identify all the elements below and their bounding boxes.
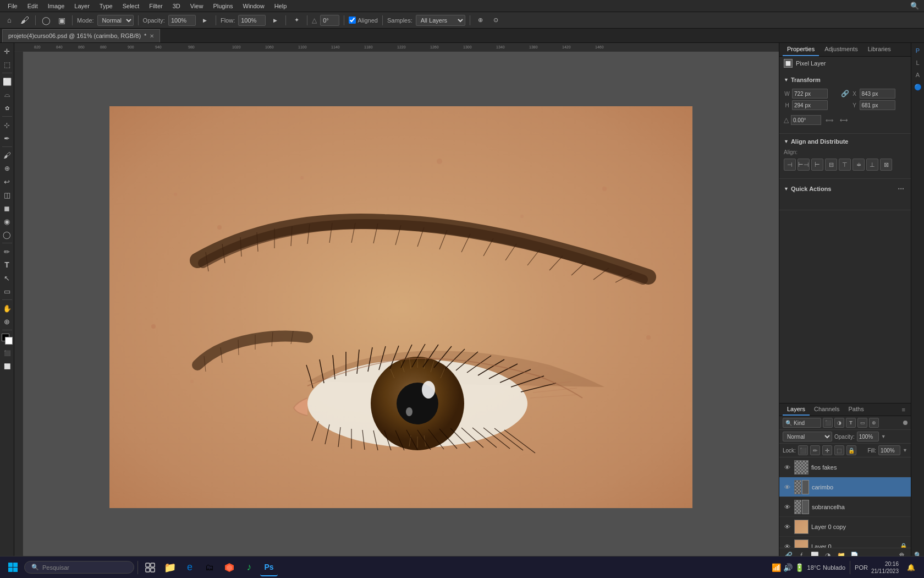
panel-icon-properties[interactable]: P: [912, 45, 923, 56]
menu-item-type[interactable]: Type: [95, 2, 117, 10]
link-icon[interactable]: 🔗: [841, 90, 850, 97]
brush-preset-btn[interactable]: ◯: [40, 14, 52, 26]
tab-libraries[interactable]: Libraries: [864, 43, 895, 56]
align-right-btn[interactable]: ⊢: [811, 159, 823, 171]
flip-h-btn[interactable]: ⟺: [823, 114, 835, 126]
layer-item-layer0[interactable]: 👁 Layer 0 🔒: [779, 537, 911, 548]
x-input[interactable]: [860, 89, 895, 99]
clone-source-btn[interactable]: ⊙: [490, 14, 502, 26]
ps-search-icon[interactable]: 🔍: [909, 0, 921, 12]
canvas-area[interactable]: [23, 52, 779, 563]
lasso-tool[interactable]: ⌓: [1, 89, 13, 101]
path-select-tool[interactable]: ↖: [1, 272, 13, 284]
background-color[interactable]: [5, 337, 13, 345]
angle-input-transform[interactable]: [791, 115, 821, 125]
eraser-tool[interactable]: ◫: [1, 189, 13, 201]
airbrush-btn[interactable]: ✦: [290, 14, 302, 26]
dodge-tool[interactable]: ◯: [1, 228, 13, 241]
brush-tool[interactable]: 🖌: [1, 149, 13, 161]
filter-adj-btn[interactable]: ◑: [834, 418, 844, 428]
artboard-tool[interactable]: ⬚: [1, 58, 13, 70]
width-input[interactable]: [792, 89, 828, 99]
filter-toggle[interactable]: [903, 421, 908, 425]
menu-item-3d[interactable]: 3D: [168, 2, 185, 10]
gradient-tool[interactable]: ◼: [1, 202, 13, 214]
tab-adjustments[interactable]: Adjustments: [820, 43, 862, 56]
hand-tool[interactable]: ✋: [1, 302, 13, 314]
layers-tab-layers[interactable]: Layers: [783, 403, 810, 416]
blur-tool[interactable]: ◉: [1, 215, 13, 227]
opacity-input[interactable]: [168, 15, 196, 26]
opacity-arrow[interactable]: ▼: [881, 434, 886, 439]
layers-panel-options[interactable]: ≡: [900, 405, 908, 414]
layers-tab-channels[interactable]: Channels: [810, 403, 844, 416]
distribute-h-btn[interactable]: ⊟: [825, 159, 837, 171]
filter-type-btn[interactable]: T: [846, 418, 856, 428]
menu-item-edit[interactable]: Edit: [23, 2, 42, 10]
taskbar-app-edge[interactable]: e: [181, 559, 199, 576]
quick-actions-header[interactable]: ▼ Quick Actions ···: [779, 182, 911, 195]
panel-icon-lib[interactable]: 🔵: [912, 81, 923, 92]
filter-shape-btn[interactable]: ▭: [857, 418, 867, 428]
move-tool[interactable]: ✛: [1, 45, 13, 57]
filter-pixel-btn[interactable]: ⬛: [823, 418, 833, 428]
samples-select[interactable]: All Layers: [416, 15, 465, 26]
taskbar-app-explorer[interactable]: 📁: [161, 559, 179, 576]
tab-properties[interactable]: Properties: [783, 43, 819, 56]
menu-item-window[interactable]: Window: [239, 2, 269, 10]
zoom-tool[interactable]: ⊕: [1, 315, 13, 328]
taskbar-search-bar[interactable]: 🔍 Pesquisar: [24, 561, 134, 574]
align-bottom-btn[interactable]: ⊥: [866, 159, 878, 171]
layer-visibility-sobrancelha[interactable]: 👁: [783, 503, 791, 511]
flow-input[interactable]: [238, 15, 266, 26]
menu-item-view[interactable]: View: [186, 2, 208, 10]
pen-tool[interactable]: ✏: [1, 246, 13, 258]
layer-item-layer0copy[interactable]: 👁 Layer 0 copy: [779, 517, 911, 537]
filter-smart-btn[interactable]: ⊕: [869, 418, 879, 428]
lock-image-btn[interactable]: ✏: [810, 445, 820, 455]
align-center-h-btn[interactable]: ⊢⊣: [798, 159, 810, 171]
history-brush-tool[interactable]: ↩: [1, 176, 13, 188]
align-top-btn[interactable]: ⊤: [839, 159, 851, 171]
network-icon[interactable]: 📶: [772, 563, 781, 572]
shape-tool[interactable]: ▭: [1, 285, 13, 297]
lock-position-btn[interactable]: ✛: [822, 445, 832, 455]
menu-item-select[interactable]: Select: [118, 2, 144, 10]
volume-icon[interactable]: 🔊: [783, 563, 793, 572]
taskbar-app-spotify[interactable]: ♪: [240, 559, 258, 576]
lock-all-btn[interactable]: 🔒: [846, 445, 856, 455]
home-button[interactable]: ⌂: [3, 14, 15, 26]
y-input[interactable]: [860, 100, 895, 110]
panel-icon-layers[interactable]: L: [912, 57, 923, 68]
battery-icon[interactable]: 🔋: [795, 563, 804, 572]
fill-value-input[interactable]: [878, 445, 900, 455]
menu-item-layer[interactable]: Layer: [70, 2, 94, 10]
menu-item-help[interactable]: Help: [270, 2, 292, 10]
task-view-btn[interactable]: [141, 559, 159, 576]
marquee-tool[interactable]: ⬜: [1, 75, 13, 88]
layer-visibility-fios[interactable]: 👁: [783, 463, 791, 472]
screen-mode-btn[interactable]: ⬜: [1, 360, 13, 372]
notification-btn[interactable]: 🔔: [902, 559, 920, 576]
eyedropper-tool[interactable]: ✒: [1, 132, 13, 144]
angle-input[interactable]: [320, 15, 339, 26]
distribute-v-btn[interactable]: ⊠: [880, 159, 892, 171]
brush-toggle-btn[interactable]: ▣: [56, 14, 68, 26]
menu-item-image[interactable]: Image: [43, 2, 69, 10]
fill-arrow[interactable]: ▼: [903, 448, 908, 453]
taskbar-app-photoshop[interactable]: Ps: [260, 559, 278, 576]
opacity-value-input[interactable]: [857, 432, 879, 441]
layer-visibility-layer0copy[interactable]: 👁: [783, 522, 791, 531]
panel-icon-adjust[interactable]: A: [912, 69, 923, 80]
align-center-v-btn[interactable]: ≑: [853, 159, 865, 171]
blend-mode-select[interactable]: Normal: [783, 432, 832, 441]
height-input[interactable]: [792, 100, 828, 110]
lock-transparency-btn[interactable]: ⬛: [798, 445, 808, 455]
layer-item-carimbo[interactable]: 👁 carimbo: [779, 477, 911, 497]
layer-item-fios-fakes[interactable]: 👁 fios fakes: [779, 457, 911, 477]
flip-v-btn[interactable]: ⟷: [838, 114, 850, 126]
flow-arrow[interactable]: ▶: [269, 14, 281, 26]
menu-item-plugins[interactable]: Plugins: [208, 2, 237, 10]
opacity-arrow[interactable]: ▶: [199, 14, 211, 26]
layer-visibility-layer0[interactable]: 👁: [783, 542, 791, 548]
